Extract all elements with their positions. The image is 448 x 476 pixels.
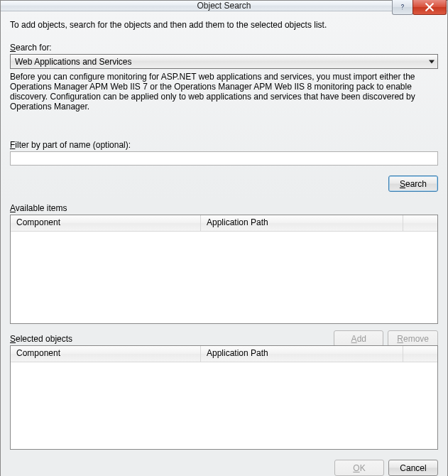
search-for-selected: Web Applications and Services — [15, 57, 132, 67]
title-bar: Object Search — [1, 1, 447, 11]
cancel-button[interactable]: Cancel — [388, 460, 438, 476]
selected-objects-list[interactable]: Component Application Path — [10, 345, 438, 450]
close-button[interactable] — [413, 0, 447, 15]
filter-label: Filter by part of name (optional): — [10, 140, 438, 150]
available-col-component[interactable]: Component — [11, 215, 201, 231]
object-search-dialog: Object Search To add objects, search for… — [0, 0, 448, 476]
window-title: Object Search — [1, 1, 447, 11]
available-items-list[interactable]: Component Application Path — [10, 215, 438, 324]
available-items-header: Component Application Path — [11, 215, 437, 232]
filter-input[interactable] — [10, 151, 438, 166]
help-button[interactable] — [392, 0, 413, 15]
search-for-dropdown[interactable]: Web Applications and Services — [10, 54, 438, 69]
selected-col-spacer — [403, 346, 437, 362]
intro-text: To add objects, search for the objects a… — [10, 20, 438, 30]
selected-col-apppath[interactable]: Application Path — [201, 346, 403, 362]
available-col-apppath[interactable]: Application Path — [201, 215, 403, 231]
available-col-spacer — [403, 215, 437, 231]
search-button[interactable]: Search — [388, 175, 438, 192]
available-items-label: Available items — [10, 203, 438, 213]
search-for-label: Search for: — [10, 43, 438, 53]
selected-objects-label: Selected objects — [10, 334, 438, 344]
available-items-body — [11, 232, 437, 323]
chevron-down-icon — [429, 60, 435, 63]
selected-col-component[interactable]: Component — [11, 346, 201, 362]
dialog-content: To add objects, search for the objects a… — [1, 11, 447, 476]
selected-objects-header: Component Application Path — [11, 346, 437, 362]
selected-objects-body — [11, 362, 437, 449]
description-text: Before you can configure monitoring for … — [10, 72, 438, 112]
window-controls — [393, 0, 447, 15]
ok-button[interactable]: OK — [334, 460, 384, 476]
